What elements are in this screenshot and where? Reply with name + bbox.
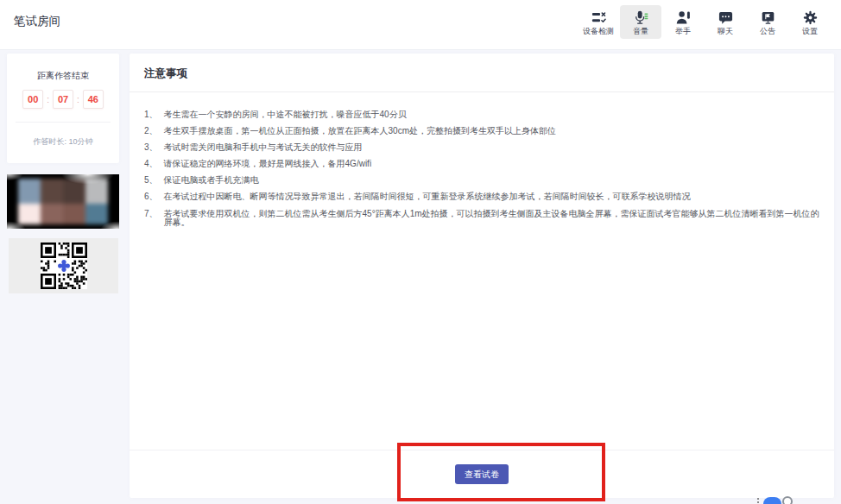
microphone-volume-icon (634, 10, 648, 25)
notice-item: 2、 考生双手摆放桌面，第一机位从正面拍摄，放置在距离本人30cm处，完整拍摄到… (144, 127, 819, 136)
settings-gear-icon (803, 10, 818, 25)
notice-item: 1、 考生需在一个安静的房间，中途不能被打扰，噪音应低于40分贝 (144, 110, 819, 120)
toolbar-item-chat[interactable]: 聊天 (705, 5, 746, 39)
announcement-icon (761, 10, 775, 25)
help-widget-icon[interactable] (782, 496, 793, 504)
notice-title: 注意事项 (130, 54, 834, 92)
notice-item: 3、 考试时需关闭电脑和手机中与考试无关的软件与应用 (144, 143, 819, 153)
toolbar: 设备检测 音量 (577, 5, 831, 39)
toolbar-label: 公告 (760, 28, 775, 35)
page-title: 笔试房间 (14, 0, 60, 43)
notice-panel: 注意事项 1、 考生需在一个安静的房间，中途不能被打扰，噪音应低于40分贝 2、… (130, 54, 834, 498)
toolbar-item-raise-hand[interactable]: 举手 (662, 5, 704, 39)
toolbar-item-announcement[interactable]: 公告 (747, 5, 788, 39)
camera-preview (7, 174, 119, 229)
view-paper-button[interactable]: 查看试卷 (455, 464, 509, 484)
notice-item: 5、 保证电脑或者手机充满电 (144, 176, 819, 186)
countdown-colon: : (77, 95, 79, 104)
countdown-card: 距离作答结束 00 : 07 : 46 作答时长: 10分钟 (7, 54, 119, 163)
notice-item: 4、 请保证稳定的网络环境，最好是网线接入，备用4G/wifi (144, 160, 819, 169)
notice-item: 7、 若考试要求使用双机位，则第二机位需从考生侧后方45°距离本人1m处拍摄，可… (144, 210, 819, 228)
drag-handle-dots (757, 498, 759, 504)
toolbar-label: 音量 (633, 28, 648, 35)
qr-code (41, 243, 87, 289)
header: 笔试房间 设备检测 (0, 0, 841, 50)
divider (16, 122, 111, 123)
countdown-title: 距离作答结束 (7, 54, 119, 80)
toolbar-item-settings[interactable]: 设置 (789, 5, 831, 39)
toolbar-label: 聊天 (718, 28, 733, 35)
chat-widget-icon[interactable] (763, 497, 781, 504)
countdown-timer: 00 : 07 : 46 (7, 90, 119, 109)
toolbar-label: 设置 (802, 28, 818, 35)
countdown-hours: 00 (22, 90, 43, 109)
toolbar-item-device-check[interactable]: 设备检测 (578, 5, 619, 39)
qr-panel (9, 238, 118, 293)
panel-footer: 查看试卷 (130, 450, 834, 498)
raise-hand-icon (676, 10, 691, 25)
toolbar-label: 举手 (675, 28, 691, 35)
countdown-seconds: 46 (83, 90, 104, 109)
countdown-minutes: 07 (53, 90, 73, 109)
notice-list: 1、 考生需在一个安静的房间，中途不能被打扰，噪音应低于40分贝 2、 考生双手… (130, 92, 834, 228)
camera-glare (7, 174, 119, 229)
notice-item: 6、 在考试过程中因断电、断网等情况导致异常退出，若间隔时间很短，可重新登录系统… (144, 192, 819, 202)
toolbar-item-volume[interactable]: 音量 (620, 5, 661, 39)
chat-icon (718, 10, 733, 25)
answer-duration-note: 作答时长: 10分钟 (7, 138, 119, 146)
toolbar-label: 设备检测 (583, 28, 614, 35)
device-check-icon (591, 10, 606, 25)
countdown-colon: : (47, 95, 49, 104)
